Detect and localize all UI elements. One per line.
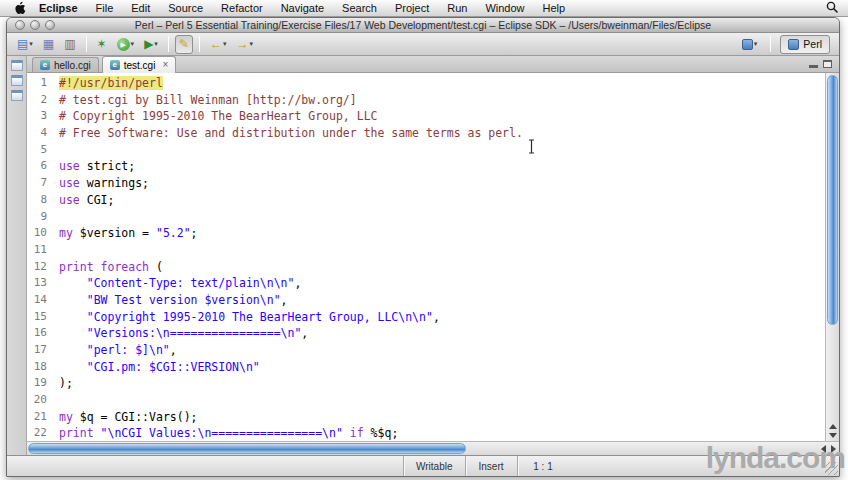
menu-project[interactable]: Project <box>386 2 438 14</box>
vertical-scrollbar-thumb[interactable] <box>827 75 838 325</box>
menu-edit[interactable]: Edit <box>122 2 159 14</box>
menu-source[interactable]: Source <box>159 2 212 14</box>
chevron-down-icon: ▾ <box>131 40 135 48</box>
code-token <box>343 426 350 440</box>
menu-search[interactable]: Search <box>333 2 386 14</box>
menu-navigate[interactable]: Navigate <box>272 2 333 14</box>
code-token <box>59 326 87 340</box>
last-edit-location-icon[interactable]: ✎ <box>175 35 193 54</box>
close-tab-icon[interactable]: × <box>162 60 168 70</box>
code-line: "Copyright 1995-2010 The BearHeart Group… <box>59 309 825 326</box>
code-token: $q <box>378 426 392 440</box>
macos-menubar: EclipseFileEditSourceRefactorNavigateSea… <box>0 0 848 17</box>
menu-run[interactable]: Run <box>438 2 476 14</box>
code-token: "5.2" <box>156 226 191 240</box>
menu-refactor[interactable]: Refactor <box>212 2 272 14</box>
code-token: , <box>170 343 177 357</box>
code-line <box>59 209 825 226</box>
fast-view-bar <box>7 56 27 455</box>
line-number: 5 <box>27 142 47 159</box>
code-token: , <box>433 310 440 324</box>
back-icon-glyph: ← <box>210 38 222 50</box>
line-number: 21 <box>27 409 47 426</box>
toolbar-separator <box>86 36 87 52</box>
zoom-window-button[interactable] <box>45 20 55 30</box>
window-titlebar[interactable]: Perl – Perl 5 Essential Training/Exercis… <box>7 18 839 33</box>
occurrence-highlight: #!/usr/bin/perl <box>59 76 163 90</box>
spotlight-search-icon[interactable] <box>826 1 838 15</box>
chevron-down-icon: ▾ <box>223 40 227 48</box>
external-tools-icon-glyph: ▶ <box>144 38 153 50</box>
code-line: my $q = CGI::Vars(); <box>59 409 825 426</box>
code-token: if <box>350 426 364 440</box>
editor-tabbar: ehello.cgietest.cgi× <box>27 56 839 73</box>
line-number: 20 <box>27 392 47 409</box>
run-icon[interactable]: ▶▾ <box>113 35 139 54</box>
status-insert-mode: Insert <box>465 456 517 476</box>
apple-menu-icon[interactable] <box>10 1 30 15</box>
forward-icon-glyph: → <box>236 38 248 50</box>
minimize-editor-icon[interactable] <box>809 60 818 68</box>
line-number: 14 <box>27 292 47 309</box>
code-line: ); <box>59 375 825 392</box>
external-tools-icon[interactable]: ▶▾ <box>140 35 162 54</box>
minimized-view-icon-2[interactable] <box>11 75 23 86</box>
perl-file-icon: e <box>40 60 50 70</box>
code-editor[interactable]: 1234567891011121314151617181920212223 #!… <box>27 73 839 441</box>
new-wizard-icon[interactable]: ▤▾ <box>13 35 37 54</box>
minimized-view-icon-3[interactable] <box>11 90 23 101</box>
line-number: 18 <box>27 359 47 376</box>
close-window-button[interactable] <box>15 20 25 30</box>
eclipse-window: Perl – Perl 5 Essential Training/Exercis… <box>6 17 840 477</box>
status-caret-position: 1 : 1 <box>517 456 569 476</box>
code-token: ; <box>391 426 398 440</box>
code-token: % <box>364 426 378 440</box>
code-token: "Content-Type: text/plain\n\n" <box>87 276 295 290</box>
code-token: warnings; <box>80 176 149 190</box>
code-line: print foreach ( <box>59 259 825 276</box>
scroll-down-icon[interactable] <box>829 433 837 438</box>
tabbar-buttons <box>804 60 837 72</box>
print-icon[interactable]: ▥ <box>60 35 79 54</box>
code-line: #!/usr/bin/perl <box>59 75 825 92</box>
menu-window[interactable]: Window <box>476 2 533 14</box>
code-area[interactable]: #!/usr/bin/perl# test.cgi by Bill Weinma… <box>53 73 839 441</box>
code-token: "\nCGI Values:\n================\n" <box>101 426 343 440</box>
menu-file[interactable]: File <box>87 2 123 14</box>
scroll-up-icon[interactable] <box>829 424 837 429</box>
save-icon[interactable]: ▦ <box>39 35 58 54</box>
line-number: 13 <box>27 275 47 292</box>
menu-eclipse[interactable]: Eclipse <box>30 2 87 14</box>
vertical-scrollbar[interactable] <box>825 73 839 441</box>
status-writable: Writable <box>403 456 465 476</box>
forward-icon[interactable]: →▾ <box>232 35 257 54</box>
window-controls <box>7 20 55 30</box>
minimized-view-icon-1[interactable] <box>11 60 23 71</box>
window-body: ehello.cgietest.cgi× 1234567891011121314… <box>7 56 839 455</box>
toolbar-separator <box>770 36 771 52</box>
open-perspective-icon[interactable]: ▾ <box>738 35 762 54</box>
code-token: use <box>59 176 80 190</box>
code-token: , <box>281 293 288 307</box>
code-token <box>73 410 80 424</box>
code-token: "perl: $]\n" <box>87 343 170 357</box>
code-line: "BW Test version $version\n", <box>59 292 825 309</box>
code-token: use <box>59 159 80 173</box>
code-token: ( <box>149 260 163 274</box>
debug-icon-glyph: ✶ <box>97 38 107 50</box>
perl-file-icon: e <box>110 60 120 70</box>
menu-help[interactable]: Help <box>534 2 575 14</box>
perl-perspective-button[interactable]: Perl <box>780 35 830 54</box>
horizontal-scrollbar-thumb[interactable] <box>28 443 466 454</box>
editor-tabs: ehello.cgietest.cgi× <box>29 56 176 72</box>
maximize-editor-icon[interactable] <box>823 60 832 68</box>
tab-hello-cgi[interactable]: ehello.cgi <box>32 57 99 72</box>
minimize-window-button[interactable] <box>30 20 40 30</box>
mouse-cursor-ibeam <box>527 139 536 158</box>
back-icon[interactable]: ←▾ <box>206 35 231 54</box>
code-token: "Copyright 1995-2010 The BearHeart Group… <box>87 310 433 324</box>
debug-icon[interactable]: ✶ <box>93 35 111 54</box>
code-token <box>59 276 87 290</box>
line-number: 22 <box>27 425 47 441</box>
tab-test-cgi[interactable]: etest.cgi× <box>102 56 177 73</box>
